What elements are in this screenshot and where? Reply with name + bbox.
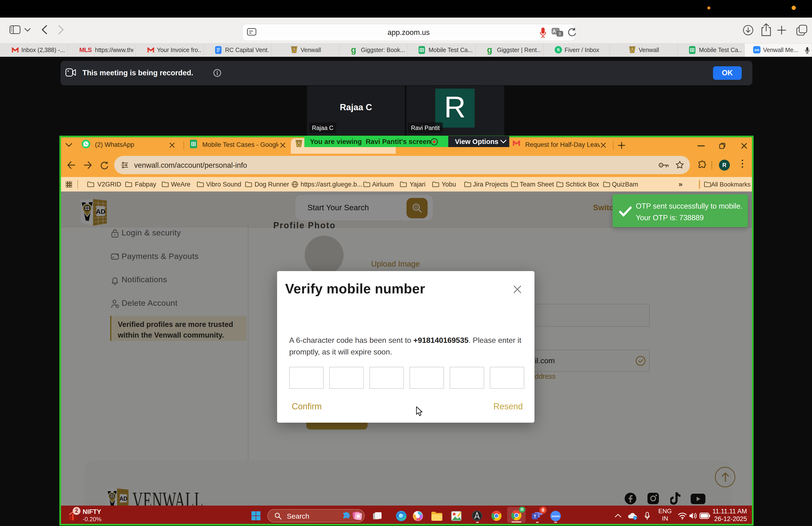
svg-text:zm: zm <box>754 48 759 52</box>
svg-text:文: 文 <box>558 32 562 36</box>
svg-text:zoom: zoom <box>552 514 560 518</box>
svg-text:fi: fi <box>557 47 560 52</box>
svg-text:T: T <box>534 514 536 519</box>
svg-text:A: A <box>552 29 556 34</box>
svg-text:i: i <box>635 516 635 520</box>
